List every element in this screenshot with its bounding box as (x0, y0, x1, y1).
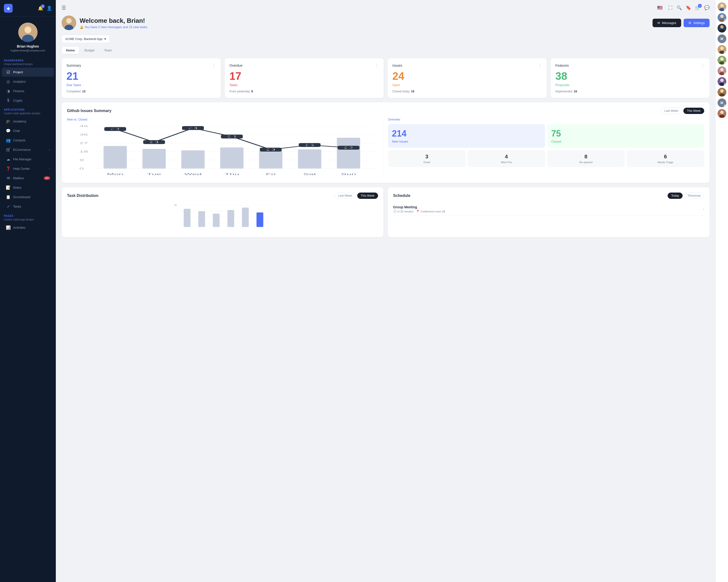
sidebar-item-notes[interactable]: 📝 Notes (2, 183, 54, 192)
svg-point-74 (720, 47, 724, 50)
sidebar-item-scrumboard[interactable]: 📋 Scrumboard (2, 193, 54, 201)
sidebar-item-tasks[interactable]: ✓ Tasks (2, 202, 54, 211)
chat-icon: 💬 (6, 129, 11, 133)
reopened-label: Re-opened (550, 161, 622, 164)
stat-number: 21 (67, 70, 216, 82)
sidebar-item-activities[interactable]: 📊 Activities (2, 223, 54, 232)
svg-rect-22 (259, 151, 283, 169)
app-logo[interactable]: ◆ (4, 4, 12, 12)
chevron-right-icon[interactable]: › (703, 207, 704, 211)
sidebar-item-project[interactable]: ☑ Project (2, 68, 54, 77)
right-panel-avatar[interactable] (718, 2, 726, 11)
chart-subtitle: New vs. Closed (67, 118, 378, 121)
language-selector[interactable]: 🇺🇸 (657, 5, 662, 10)
user-avatar (18, 23, 37, 42)
right-panel-avatar[interactable] (718, 66, 726, 75)
sidebar-item-academy[interactable]: 🎓 Academy (2, 117, 54, 126)
more-options-icon[interactable]: ⋮ (212, 63, 216, 68)
task-week-toggle: Last Week This Week (335, 193, 378, 199)
wontfix-number: 4 (470, 154, 543, 160)
chevron-down-icon: ▾ (104, 37, 106, 41)
right-panel-avatar[interactable] (718, 24, 726, 32)
chart-right: Overview 214 New Issues 75 Closed 3 Fixe… (388, 118, 704, 177)
user-profile-icon[interactable]: 👤 (47, 6, 52, 11)
right-panel-avatar[interactable] (718, 88, 726, 96)
search-icon[interactable]: 🔍 (677, 5, 682, 10)
svg-rect-61 (227, 210, 234, 227)
chevron-right-icon: › (49, 148, 50, 151)
right-panel-avatar[interactable] (718, 109, 726, 118)
sidebar-item-analytics[interactable]: ◎ Analytics (2, 77, 54, 86)
more-options-icon[interactable]: ⋮ (375, 63, 379, 68)
cart-icon[interactable]: 🛒 5 (695, 5, 700, 10)
tab-budget[interactable]: Budget (80, 47, 99, 54)
more-options-icon[interactable]: ⋮ (701, 63, 705, 68)
sidebar-item-contacts[interactable]: 👥 Contacts (2, 136, 54, 145)
tab-home[interactable]: Home (62, 47, 79, 54)
dashboards-section-label: DASHBOARDS (0, 56, 56, 63)
right-panel-avatar[interactable] (718, 13, 726, 22)
messages-button[interactable]: ✉ Messages (652, 19, 681, 27)
sidebar-item-chat[interactable]: 💬 Chat (2, 126, 54, 135)
stat-card-header: Summary ⋮ (67, 63, 216, 68)
notification-bell-icon[interactable]: 🔔 3 (38, 6, 43, 11)
svg-point-42 (229, 136, 235, 138)
today-button[interactable]: Today (668, 193, 683, 199)
svg-point-4 (66, 18, 72, 24)
right-panel-avatar[interactable] (718, 77, 726, 86)
svg-point-86 (720, 89, 724, 93)
app-selector[interactable]: ACME Corp. Backend App ▾ (62, 35, 110, 43)
schedule-title: Schedule (393, 194, 410, 198)
sidebar-item-label: Notes (13, 186, 21, 189)
svg-text:40: 40 (174, 204, 177, 206)
chevron-right-icon: › (49, 167, 50, 170)
schedule-item-left: Group Meeting 🕐 in 32 minutes 📍 Conferen… (393, 205, 445, 213)
wontfix-label: Won't Fix (470, 161, 543, 164)
chart-area: 45 36 27 18 9 0 (67, 124, 378, 177)
schedule-time: 🕐 in 32 minutes (393, 210, 413, 213)
sidebar-item-filemanager[interactable]: ☁ File Manager (2, 155, 54, 164)
sidebar-item-helpcenter[interactable]: ❓ Help Center › (2, 164, 54, 173)
activities-icon: 📊 (6, 225, 11, 230)
more-options-icon[interactable]: ⋮ (538, 63, 542, 68)
right-panel-avatar[interactable] (718, 56, 726, 64)
bookmark-icon[interactable]: 🔖 (686, 5, 691, 10)
helpcenter-icon: ❓ (6, 166, 11, 171)
right-panel-avatar-m2[interactable]: M (718, 99, 726, 107)
scrumboard-icon: 📋 (6, 195, 11, 199)
stat-card-overdue: Overdue ⋮ 17 Tasks From yesterday: 9 (225, 58, 384, 98)
welcome-avatar (62, 16, 76, 30)
fullscreen-icon[interactable]: ⛶ (668, 5, 673, 10)
sidebar-item-ecommerce[interactable]: 🛒 ECommerce › (2, 145, 54, 154)
hamburger-menu-icon[interactable]: ☰ (62, 5, 66, 11)
sidebar-item-mailbox[interactable]: ✉ Mailbox 27 (2, 174, 54, 183)
gear-icon: ⚙ (688, 21, 691, 25)
right-panel-avatar-m[interactable]: M (718, 34, 726, 43)
right-panel-avatar[interactable] (718, 45, 726, 54)
sidebar-item-crypto[interactable]: $ Crypto (2, 96, 54, 105)
topbar: ☰ 🇺🇸 ⛶ 🔍 🔖 🛒 5 💬 (62, 5, 709, 11)
sidebar-item-finance[interactable]: ◑ Finance (2, 87, 54, 95)
tab-team[interactable]: Team (100, 47, 116, 54)
task-this-week-button[interactable]: This Week (357, 193, 378, 199)
settings-button[interactable]: ⚙ Settings (683, 19, 709, 27)
stat-card-header: Overdue ⋮ (230, 63, 379, 68)
tomorrow-button[interactable]: Tomorrow (684, 193, 704, 199)
sidebar: ◆ 🔔 3 👤 Brian Hughes hughes.brian@compan… (0, 0, 56, 582)
stat-label: Due Tasks (67, 83, 216, 87)
week-toggle: Last Week This Week (661, 108, 704, 114)
stat-card-features: Features ⋮ 38 Proposals Implemented: 16 (551, 58, 710, 98)
svg-point-1 (25, 26, 31, 33)
task-last-week-button[interactable]: Last Week (335, 193, 356, 199)
svg-text:Wed: Wed (184, 173, 202, 176)
this-week-button[interactable]: This Week (683, 108, 704, 114)
sidebar-item-label: Contacts (13, 138, 25, 142)
sidebar-item-label: Chat (13, 129, 20, 133)
last-week-button[interactable]: Last Week (661, 108, 682, 114)
svg-text:Fri: Fri (266, 173, 276, 176)
envelope-icon: ✉ (657, 21, 660, 25)
messages-icon[interactable]: 💬 (704, 5, 709, 10)
svg-rect-21 (220, 147, 243, 169)
stat-title: Issues (392, 63, 402, 67)
svg-point-40 (151, 141, 157, 143)
